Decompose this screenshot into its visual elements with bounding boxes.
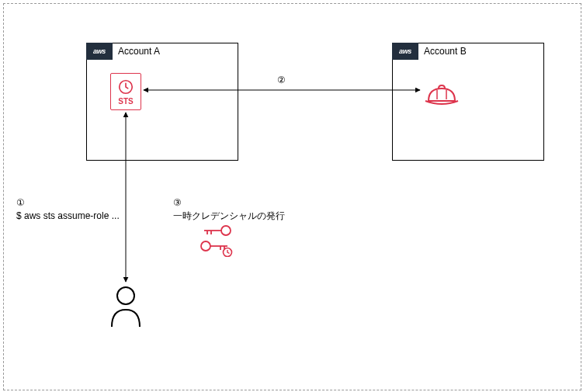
sts-service-icon: STS (110, 73, 141, 110)
credentials-keys-icon (196, 223, 235, 257)
step1-cmd: $ aws sts assume-role ... (16, 210, 120, 221)
step3-text: ③ 一時クレデンシャルの発行 (173, 196, 285, 223)
step3-label: 一時クレデンシャルの発行 (173, 210, 285, 221)
account-a-label: Account A (118, 46, 160, 57)
account-a-box: aws Account A STS (86, 43, 238, 161)
iam-role-icon (424, 81, 460, 112)
account-b-label: Account B (424, 46, 467, 57)
aws-logo-badge: aws (86, 43, 113, 60)
svg-point-8 (201, 241, 210, 251)
account-b-box: aws Account B (392, 43, 544, 161)
step2-num: ② (277, 74, 286, 87)
svg-point-4 (221, 226, 231, 235)
aws-logo-text: aws (399, 47, 411, 55)
svg-point-3 (117, 287, 134, 304)
diagram-canvas: aws Account A STS aws Account B (3, 3, 581, 390)
clock-icon (117, 78, 134, 95)
step3-num: ③ (173, 197, 182, 208)
step1-text: ① $ aws sts assume-role ... (16, 196, 120, 223)
sts-label: STS (118, 97, 133, 106)
aws-logo-text: aws (93, 47, 106, 55)
aws-logo-badge: aws (392, 43, 418, 60)
user-icon (107, 285, 144, 328)
step1-num: ① (16, 197, 25, 208)
